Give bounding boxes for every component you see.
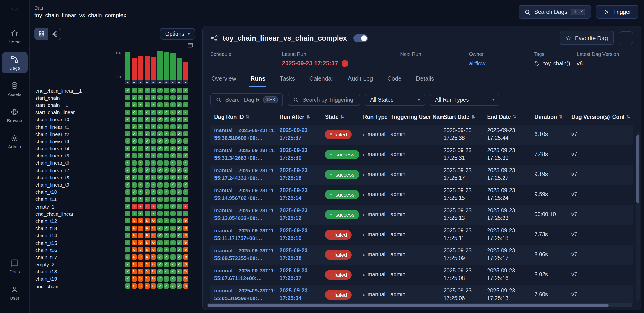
task-instance-retry[interactable]: ↻ [138, 240, 143, 245]
task-instance-success[interactable]: ✓ [125, 153, 130, 158]
duration-bar[interactable] [164, 52, 169, 80]
task-label[interactable]: chain_linear_t6 [34, 160, 125, 166]
task-instance-success[interactable]: ✓ [157, 175, 162, 180]
tab-overview[interactable]: Overview [210, 74, 237, 87]
task-instance-success[interactable]: ✓ [125, 284, 130, 289]
task-instance-success[interactable]: ✓ [125, 204, 130, 209]
sidebar-item-user[interactable]: User [2, 282, 28, 304]
task-instance-retry[interactable]: ↻ [138, 233, 143, 238]
task-instance-success[interactable]: ✓ [157, 153, 162, 158]
task-instance-success[interactable]: ✓ [138, 138, 143, 144]
task-instance-retry[interactable]: ↻ [151, 276, 156, 282]
manual-run-marker-icon[interactable]: ▶ [125, 80, 130, 84]
duration-bar[interactable] [144, 56, 150, 80]
task-instance-success[interactable]: ✓ [144, 189, 150, 194]
task-instance-success[interactable]: ✓ [157, 211, 162, 216]
task-instance-success[interactable]: ✓ [170, 146, 175, 151]
task-instance-success[interactable]: ✓ [125, 124, 130, 129]
task-instance-success[interactable]: ✓ [170, 196, 175, 202]
manual-run-marker-icon[interactable]: ▶ [164, 80, 169, 84]
task-label[interactable]: chain_t10 [34, 189, 125, 195]
task-instance-success[interactable]: ✓ [132, 117, 137, 122]
task-instance-retry[interactable]: ↻ [138, 262, 143, 267]
task-instance-success[interactable]: ✓ [132, 211, 137, 216]
task-instance-retry[interactable]: ↻ [151, 254, 156, 260]
task-label[interactable]: chain_linear_t4 [34, 146, 125, 151]
run-after-link[interactable]: 2025-09-23 17:25:04 [280, 288, 308, 301]
duration-bar[interactable] [138, 56, 143, 80]
manual-run-marker-icon[interactable]: ▶ [170, 80, 175, 84]
task-instance-retry[interactable]: ↻ [144, 218, 150, 224]
task-instance-success[interactable]: ✓ [157, 218, 162, 224]
task-label[interactable]: chain_t16 [34, 247, 125, 253]
task-instance-success[interactable]: ✓ [176, 110, 182, 115]
task-instance-success[interactable]: ✓ [176, 276, 182, 282]
grid-view-button[interactable] [35, 28, 48, 40]
task-instance-retry[interactable]: ↻ [132, 276, 137, 282]
task-instance-success[interactable]: ✓ [144, 211, 150, 216]
task-instance-success[interactable]: ✓ [157, 226, 162, 231]
task-instance-success[interactable]: ✓ [176, 226, 182, 231]
task-instance-success[interactable]: ✓ [132, 102, 137, 108]
run-id-link[interactable]: manual__2025-09-23T11:55:31.342663+00:… [214, 148, 276, 161]
task-instance-success[interactable]: ✓ [183, 175, 188, 180]
task-instance-success[interactable]: ✓ [125, 138, 130, 144]
run-after-link[interactable]: 2025-09-23 17:25:07 [280, 268, 308, 281]
search-dags-button[interactable]: Search Dags ⌘+K [518, 5, 591, 18]
chart-card-button[interactable] [186, 42, 194, 49]
dag-run-row[interactable]: manual__2025-09-23T11:55:11.171757+00:…2… [210, 225, 633, 245]
task-instance-success[interactable]: ✓ [170, 131, 175, 136]
manual-run-marker-icon[interactable]: ▶ [183, 80, 188, 84]
task-instance-success[interactable]: ✓ [176, 269, 182, 274]
task-instance-success[interactable]: ✓ [164, 254, 169, 260]
task-instance-success[interactable]: ✓ [164, 196, 169, 202]
task-instance-success[interactable]: ✓ [125, 146, 130, 151]
run-id-link[interactable]: manual__2025-09-23T11:55:09.572355+00:… [214, 248, 276, 261]
task-instance-success[interactable]: ✓ [164, 233, 169, 238]
sidebar-item-browse[interactable]: Browse [2, 104, 28, 126]
task-instance-retry[interactable]: ↻ [151, 284, 156, 289]
task-instance-success[interactable]: ✓ [132, 146, 137, 151]
task-instance-success[interactable]: ✓ [170, 211, 175, 216]
task-instance-success[interactable]: ✓ [144, 124, 150, 129]
task-instance-success[interactable]: ✓ [132, 124, 137, 129]
run-after-link[interactable]: 2025-09-23 17:25:10 [280, 228, 308, 241]
task-instance-retry[interactable]: ↻ [183, 254, 188, 260]
task-instance-success[interactable]: ✓ [138, 146, 143, 151]
task-instance-success[interactable]: ✓ [170, 88, 175, 93]
manual-run-marker-icon[interactable]: ▶ [151, 80, 156, 84]
tab-details[interactable]: Details [415, 74, 435, 87]
task-instance-success[interactable]: ✓ [183, 124, 188, 129]
task-instance-success[interactable]: ✓ [132, 95, 137, 100]
task-instance-success[interactable]: ✓ [151, 168, 156, 173]
task-instance-success[interactable]: ✓ [157, 262, 162, 267]
task-instance-success[interactable]: ✓ [164, 226, 169, 231]
task-instance-success[interactable]: ✓ [183, 211, 188, 216]
airflow-logo-icon[interactable] [7, 4, 22, 19]
task-instance-success[interactable]: ✓ [183, 153, 188, 158]
task-instance-success[interactable]: ✓ [151, 95, 156, 100]
task-label[interactable]: start_chain__1 [34, 102, 125, 108]
task-instance-success[interactable]: ✓ [138, 175, 143, 180]
task-label[interactable]: chain_linear_t2 [34, 131, 125, 137]
task-instance-success[interactable]: ✓ [138, 182, 143, 187]
sort-icon[interactable]: ⇅ [306, 114, 310, 119]
task-label[interactable]: empty_2 [34, 262, 125, 267]
graph-view-button[interactable] [48, 28, 60, 40]
task-instance-success[interactable]: ✓ [144, 88, 150, 93]
tab-runs[interactable]: Runs [250, 74, 266, 87]
task-instance-success[interactable]: ✓ [176, 88, 182, 93]
task-instance-success[interactable]: ✓ [151, 88, 156, 93]
search-dag-runs-input[interactable]: Search Dag Runs ⌘+K [210, 93, 283, 106]
task-instance-retry[interactable]: ↻ [151, 218, 156, 224]
task-instance-success[interactable]: ✓ [170, 117, 175, 122]
task-instance-success[interactable]: ✓ [164, 124, 169, 129]
task-instance-success[interactable]: ✓ [183, 102, 188, 108]
task-instance-retry[interactable]: ↻ [151, 247, 156, 252]
run-id-link[interactable]: manual__2025-09-23T11:55:11.171757+00:… [214, 228, 276, 241]
task-instance-success[interactable]: ✓ [144, 182, 150, 187]
trigger-button[interactable]: Trigger [596, 5, 638, 18]
task-instance-retry[interactable]: ↻ [138, 254, 143, 260]
task-instance-success[interactable]: ✓ [125, 175, 130, 180]
sidebar-item-dags[interactable]: Dags [2, 52, 28, 74]
